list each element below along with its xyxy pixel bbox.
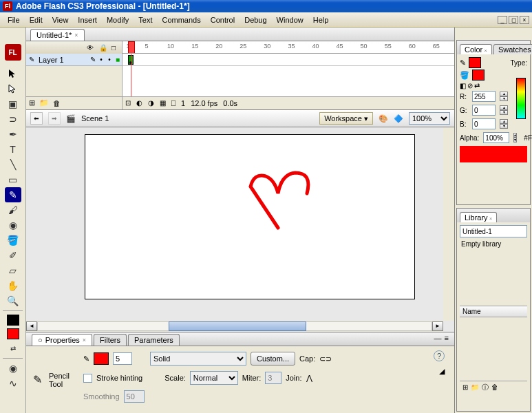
no-color-icon[interactable]: ⊘	[467, 82, 473, 89]
workspace-button[interactable]: Workspace ▾	[319, 112, 373, 125]
swap-colors-icon[interactable]: ⇄	[5, 341, 21, 356]
eyedropper-tool[interactable]: ✐	[5, 248, 21, 263]
smooth-option-icon[interactable]: ∿	[5, 376, 21, 391]
back-button[interactable]: ⬅	[30, 112, 43, 125]
new-folder-icon[interactable]: 📁	[39, 98, 49, 107]
pencil-tool[interactable]: ✎	[5, 187, 21, 202]
menu-insert[interactable]: Insert	[73, 14, 102, 25]
expand-icon[interactable]: ◢	[439, 367, 445, 376]
line-tool[interactable]: ╲	[5, 157, 21, 172]
delete-layer-icon[interactable]: 🗑	[53, 99, 61, 107]
panel-menu-icon[interactable]: ≡	[445, 334, 449, 342]
visibility-icon[interactable]: 👁	[87, 44, 95, 52]
stroke-hinting-checkbox[interactable]	[83, 374, 92, 383]
menu-debug[interactable]: Debug	[240, 14, 271, 25]
timeline-frames[interactable]	[123, 54, 454, 96]
lock-icon[interactable]: 🔒	[99, 44, 107, 52]
scale-select[interactable]: Normal	[190, 371, 238, 385]
zoom-select[interactable]: 100%	[409, 112, 450, 125]
library-name-column[interactable]: Name	[460, 306, 527, 317]
black-white-icon[interactable]: ◧	[460, 82, 466, 89]
stage-horizontal-scrollbar[interactable]: ◄ ►	[26, 321, 443, 332]
menu-text[interactable]: Text	[134, 14, 157, 25]
scene-name[interactable]: Scene 1	[81, 114, 109, 123]
modify-markers-icon[interactable]: ⎕	[171, 99, 175, 107]
menu-file[interactable]: File	[3, 14, 25, 25]
lasso-tool[interactable]: ⊃	[5, 112, 21, 127]
tab-parameters[interactable]: Parameters	[128, 334, 180, 346]
panel-minimize-icon[interactable]: —	[434, 334, 442, 342]
tab-swatches[interactable]: Swatches	[493, 44, 532, 54]
text-tool[interactable]: T	[5, 142, 21, 157]
close-tab-icon[interactable]: ×	[74, 32, 78, 39]
timeline-ruler[interactable]: 1 5 10 15 20 25 30 35 40 45 50 55 60 65	[123, 41, 454, 54]
alpha-input[interactable]	[483, 132, 509, 143]
library-document-select[interactable]	[460, 225, 527, 237]
join-round-icon[interactable]: ⋀	[306, 374, 312, 383]
playhead[interactable]	[128, 41, 135, 54]
panel-stroke-swatch[interactable]	[469, 57, 481, 68]
properties-icon[interactable]: ⓘ	[482, 383, 489, 392]
brush-tool[interactable]: 🖌	[5, 202, 21, 218]
hand-tool[interactable]: ✋	[5, 278, 21, 293]
stage-canvas[interactable]	[85, 134, 415, 299]
stage-vertical-scrollbar[interactable]	[443, 127, 454, 321]
layer-row-layer-1[interactable]: ✎ Layer 1 ✎ • • ■	[26, 54, 122, 66]
tab-properties[interactable]: ○ Properties ×	[32, 334, 92, 346]
mdi-close-button[interactable]: ×	[520, 16, 529, 24]
scrollbar-thumb[interactable]	[169, 321, 306, 331]
menu-commands[interactable]: Commands	[157, 14, 205, 25]
tab-filters[interactable]: Filters	[94, 334, 127, 346]
swap-icon[interactable]: ⇄	[474, 82, 480, 89]
new-layer-icon[interactable]: ⊞	[29, 98, 35, 107]
stroke-color-swatch-prop[interactable]	[94, 352, 109, 365]
zoom-tool[interactable]: 🔍	[5, 293, 21, 308]
r-input[interactable]	[472, 91, 496, 102]
mdi-minimize-button[interactable]: _	[498, 16, 507, 24]
edit-multi-icon[interactable]: ▦	[160, 99, 166, 107]
b-input[interactable]	[472, 118, 496, 129]
panel-fill-swatch[interactable]	[472, 70, 485, 81]
scroll-right-icon[interactable]: ►	[432, 321, 443, 331]
edit-scene-icon[interactable]: 🎨	[379, 114, 388, 123]
g-input[interactable]	[472, 105, 496, 116]
new-symbol-icon[interactable]: ⊞	[462, 383, 468, 391]
delete-icon[interactable]: 🗑	[491, 383, 498, 391]
paint-bucket-tool[interactable]: 🪣	[5, 233, 21, 248]
new-folder-icon[interactable]: 📁	[471, 383, 479, 391]
snap-option-icon[interactable]: ◉	[5, 361, 21, 376]
document-tab-untitled-1[interactable]: Untitled-1* ×	[30, 29, 85, 41]
tab-color[interactable]: Color×	[460, 44, 492, 54]
menu-view[interactable]: View	[47, 14, 74, 25]
eraser-tool[interactable]: ▱	[5, 263, 21, 278]
menu-help[interactable]: Help	[308, 14, 334, 25]
pen-tool[interactable]: ✒	[5, 127, 21, 142]
onion-skin-icon[interactable]: ◐	[136, 99, 142, 107]
custom-button[interactable]: Custom...	[251, 352, 295, 366]
rectangle-tool[interactable]: ▭	[5, 172, 21, 187]
edit-symbols-icon[interactable]: 🔷	[394, 114, 403, 123]
help-icon[interactable]: ?	[434, 350, 445, 361]
free-transform-tool[interactable]: ▣	[5, 96, 21, 112]
ink-bottle-tool[interactable]: ◉	[5, 218, 21, 233]
center-frame-icon[interactable]: ⊡	[125, 99, 131, 107]
subselection-tool[interactable]	[5, 81, 21, 96]
mdi-restore-button[interactable]: ◻	[509, 16, 518, 24]
menu-edit[interactable]: Edit	[25, 14, 47, 25]
onion-outline-icon[interactable]: ◑	[148, 99, 154, 107]
close-icon[interactable]: ×	[83, 337, 86, 343]
stroke-style-select[interactable]: Solid	[150, 352, 246, 366]
outline-icon[interactable]: □	[111, 44, 120, 52]
stroke-width-input[interactable]	[113, 352, 132, 365]
scroll-left-icon[interactable]: ◄	[26, 321, 37, 331]
hue-strip[interactable]	[516, 78, 526, 119]
menu-modify[interactable]: Modify	[102, 14, 134, 25]
selection-tool[interactable]	[5, 66, 21, 81]
fill-color-swatch[interactable]	[7, 328, 19, 339]
menu-control[interactable]: Control	[206, 14, 240, 25]
tab-library[interactable]: Library×	[460, 212, 497, 222]
menu-window[interactable]: Window	[272, 14, 308, 25]
forward-button[interactable]: ➡	[48, 112, 61, 125]
cap-round-icon[interactable]: ⊂⊃	[319, 354, 332, 363]
stroke-color-swatch[interactable]	[7, 315, 19, 326]
